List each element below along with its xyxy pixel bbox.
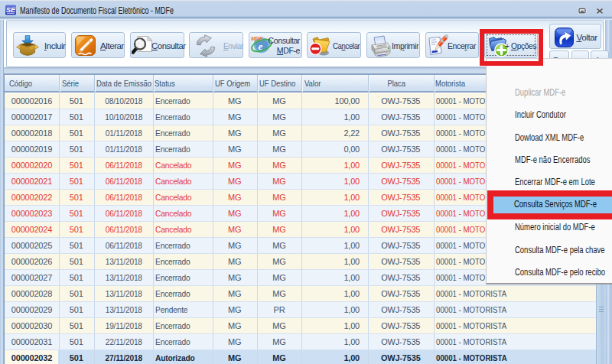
svg-text:e: e xyxy=(259,41,263,52)
svg-text:SE: SE xyxy=(6,5,16,14)
